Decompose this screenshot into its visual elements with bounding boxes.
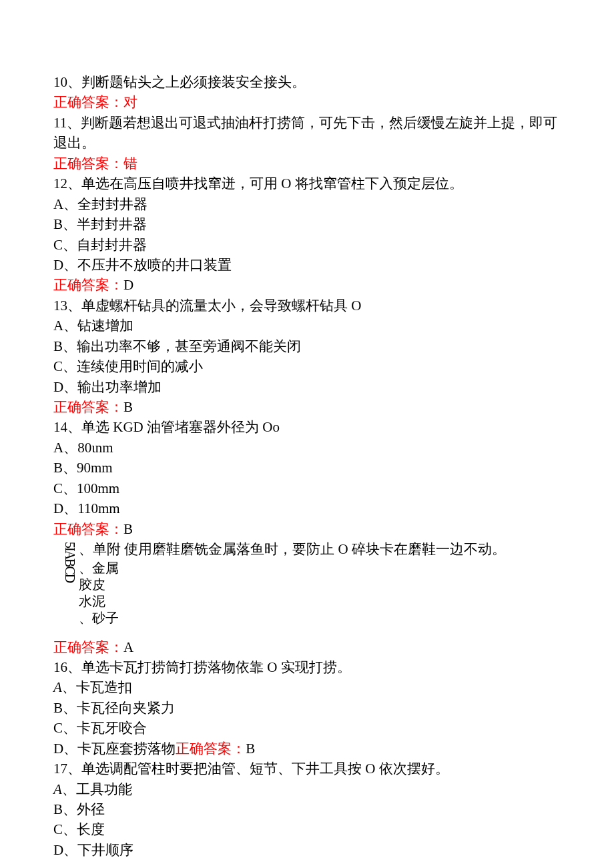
q10-answer: 正确答案：对 <box>53 92 561 112</box>
q13-optA: A、钻速增加 <box>53 316 561 336</box>
q11-text: 11、判断题若想退出可退式抽油杆打捞筒，可先下击，然后缓慢左旋并上提，即可退出。 <box>53 113 561 153</box>
q15-stem-rest: 使用磨鞋磨铣金属落鱼时，要防止 O 碎块卡在磨鞋一边不动。 <box>121 541 506 557</box>
q17-optD: D、下井顺序 <box>53 840 561 860</box>
spacer <box>53 626 561 637</box>
answer-value: 对 <box>123 94 137 110</box>
q15-sideways-labels: 5IABCD <box>53 539 79 582</box>
q12-optC: C、自封封井器 <box>53 235 561 255</box>
q16-optD: D、卡瓦座套捞落物 <box>53 741 176 757</box>
answer-value: B <box>123 521 133 537</box>
q15-stem: 、单附 使用磨鞋磨铣金属落鱼时，要防止 O 碎块卡在磨鞋一边不动。 <box>79 539 506 559</box>
q17-text: 17、单选调配管柱时要把油管、短节、下井工具按 O 依次摆好。 <box>53 759 561 779</box>
q12-text: 12、单选在高压自喷井找窜迸，可用 O 将找窜管柱下入预定层位。 <box>53 173 561 193</box>
q17-optA-rest: 、工具功能 <box>62 781 132 797</box>
q14-optC: C、100mm <box>53 478 561 498</box>
q16-optC: C、卡瓦牙咬合 <box>53 718 561 738</box>
q15-content: 、单附 使用磨鞋磨铣金属落鱼时，要防止 O 碎块卡在磨鞋一边不动。 、金属 胶皮… <box>79 539 506 626</box>
answer-value: 错 <box>123 155 137 171</box>
q14-answer: 正确答案：B <box>53 519 561 539</box>
q15-optD: 、砂子 <box>79 610 506 626</box>
q16-optD-line: D、卡瓦座套捞落物正确答案：B <box>53 739 561 759</box>
answer-label: 正确答案： <box>53 639 123 655</box>
q17-optB: B、外径 <box>53 799 561 819</box>
q15-optC: 水泥 <box>79 593 506 610</box>
q16-optB: B、卡瓦径向夹紧力 <box>53 698 561 718</box>
answer-label: 正确答案： <box>53 155 123 171</box>
q13-text: 13、单虚螺杆钻具的流量太小，会导致螺杆钻具 O <box>53 296 561 316</box>
q16-text: 16、单选卡瓦打捞筒打捞落物依靠 O 实现打捞。 <box>53 657 561 677</box>
q12-answer: 正确答案：D <box>53 275 561 295</box>
q13-answer: 正确答案：B <box>53 397 561 417</box>
document-page: 10、判断题钻头之上必须接装安全接头。 正确答案：对 11、判断题若想退出可退式… <box>0 0 614 868</box>
q16-optA: A、卡瓦造扣 <box>53 677 561 697</box>
q12-optA: A、全封封井器 <box>53 194 561 214</box>
q17-optC: C、长度 <box>53 819 561 839</box>
answer-value: B <box>123 399 133 415</box>
q13-optC: C、连续使用时间的减小 <box>53 356 561 376</box>
q17-optA-letter: A <box>53 781 62 797</box>
q12-optB: B、半封封井器 <box>53 214 561 234</box>
q14-text: 14、单选 KGD 油管堵塞器外径为 Oo <box>53 417 561 437</box>
answer-label: 正确答案： <box>53 94 123 110</box>
q13-optD: D、输出功率增加 <box>53 377 561 397</box>
answer-label: 正确答案： <box>176 741 246 757</box>
q14-optB: B、90mm <box>53 458 561 478</box>
q15-stem-prefix: 、单附 <box>79 541 121 557</box>
q14-optA: A、80ιnm <box>53 438 561 458</box>
q12-optD: D、不压井不放喷的井口装置 <box>53 255 561 275</box>
answer-label: 正确答案： <box>53 521 123 537</box>
q15-answer: 正确答案：A <box>53 637 561 657</box>
answer-label: 正确答案： <box>53 277 123 293</box>
q14-optD: D、110mm <box>53 498 561 518</box>
q15-optA: 、金属 <box>79 560 506 576</box>
q15-optB: 胶皮 <box>79 576 506 593</box>
q13-optB: B、输出功率不够，甚至旁通阀不能关闭 <box>53 336 561 356</box>
q11-answer: 正确答案：错 <box>53 153 561 173</box>
q17-optA: A、工具功能 <box>53 779 561 799</box>
answer-value: B <box>246 741 255 757</box>
q15-block: 5IABCD 、单附 使用磨鞋磨铣金属落鱼时，要防止 O 碎块卡在磨鞋一边不动。… <box>53 539 561 626</box>
answer-label: 正确答案： <box>53 399 123 415</box>
q16-optA-rest: 、卡瓦造扣 <box>62 679 132 695</box>
q16-optA-letter: A <box>53 679 62 695</box>
q10-text: 10、判断题钻头之上必须接装安全接头。 <box>53 72 561 92</box>
answer-value: D <box>123 277 133 293</box>
answer-value: A <box>123 639 133 655</box>
